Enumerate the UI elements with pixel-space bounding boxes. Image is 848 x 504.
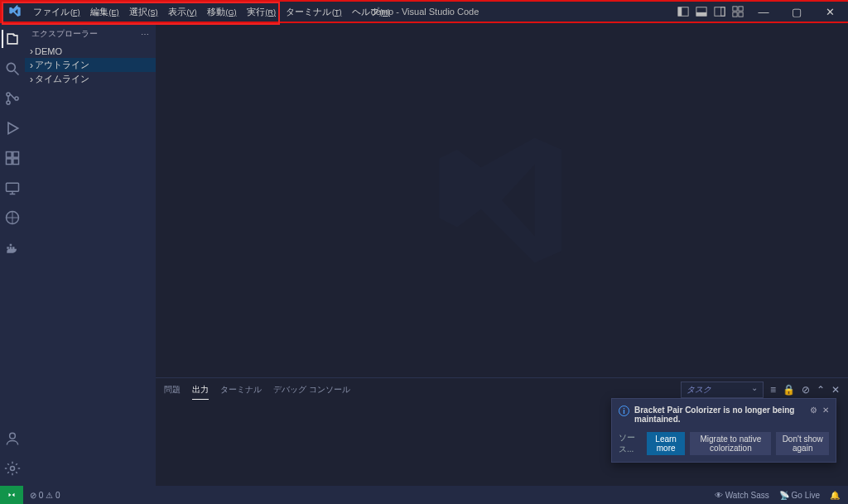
vscode-app-icon — [8, 5, 22, 18]
panel-chevron-up-icon[interactable]: ⌃ — [817, 384, 825, 396]
activity-accounts-icon[interactable] — [3, 430, 22, 448]
status-right-2[interactable]: 🔔 — [830, 491, 840, 500]
activity-settings-icon[interactable] — [3, 459, 22, 478]
activity-explorer-icon[interactable] — [2, 30, 22, 48]
notification-gear-icon[interactable]: ⚙ — [810, 406, 817, 415]
sidebar-title-label: エクスプローラー — [31, 28, 98, 40]
panel-list-icon[interactable]: ≡ — [770, 384, 776, 396]
editor-area: 問題出力ターミナルデバッグ コンソール タスク ≡ 🔒 ⊘ ⌃ ✕ i Brac… — [156, 23, 848, 486]
svg-rect-15 — [7, 152, 12, 158]
status-right-0[interactable]: 👁 Watch Sass — [715, 491, 769, 500]
status-right-1[interactable]: 📡 Go Live — [779, 491, 820, 500]
svg-rect-6 — [733, 7, 737, 11]
titlebar: ファイル(F)編集(E)選択(S)表示(V)移動(G)実行(R)ターミナル(T)… — [0, 0, 848, 23]
svg-rect-16 — [13, 152, 19, 158]
activity-docker-icon[interactable] — [3, 238, 22, 257]
activity-search-icon[interactable] — [3, 60, 22, 78]
chevron-right-icon: › — [30, 74, 33, 85]
menu-0[interactable]: ファイル(F) — [28, 6, 85, 18]
svg-rect-19 — [7, 183, 19, 191]
sidebar-explorer: エクスプローラー ⋯ ›DEMO›アウトライン›タイムライン — [25, 23, 156, 486]
output-channel-select[interactable]: タスク — [681, 382, 764, 398]
menu-5[interactable]: 実行(R) — [242, 6, 282, 18]
panel-tab-3[interactable]: デバッグ コンソール — [273, 381, 350, 399]
notification-action-2[interactable]: Don't show again — [776, 432, 829, 455]
svg-rect-9 — [739, 12, 743, 17]
panel-tab-1[interactable]: 出力 — [192, 381, 209, 400]
chevron-right-icon: › — [30, 46, 33, 57]
window-minimize-button[interactable]: — — [749, 0, 778, 23]
svg-point-23 — [10, 433, 16, 439]
info-icon: i — [619, 406, 629, 416]
svg-rect-5 — [721, 7, 725, 17]
remote-indicator[interactable] — [0, 486, 23, 504]
notification-close-icon[interactable]: ✕ — [822, 406, 829, 415]
panel-tab-2[interactable]: ターミナル — [220, 381, 262, 399]
activity-bar — [0, 23, 25, 486]
panel-clear-icon[interactable]: ⊘ — [802, 384, 810, 396]
menu-3[interactable]: 表示(V) — [163, 6, 202, 18]
svg-point-24 — [11, 467, 15, 471]
tree-item-1[interactable]: ›アウトライン — [25, 58, 156, 72]
status-problems[interactable]: ⊘ 0 ⚠ 0 — [30, 491, 60, 500]
notification-action-1[interactable]: Migrate to native colorization — [690, 432, 771, 455]
tree-item-2[interactable]: ›タイムライン — [25, 72, 156, 86]
activity-run-debug-icon[interactable] — [3, 119, 22, 137]
svg-rect-3 — [696, 12, 706, 16]
notification-source[interactable]: ソース... — [619, 432, 642, 455]
svg-rect-7 — [739, 7, 743, 11]
status-bar: ⊘ 0 ⚠ 0 👁 Watch Sass📡 Go Live🔔 — [0, 486, 848, 504]
notification-toast: i Bracket Pair Colorizer is no longer be… — [611, 398, 836, 463]
activity-remote-explorer-icon[interactable] — [3, 179, 22, 197]
svg-rect-1 — [678, 7, 682, 17]
notification-action-0[interactable]: Learn more — [647, 432, 686, 455]
panel-tab-0[interactable]: 問題 — [164, 381, 181, 399]
svg-line-11 — [15, 71, 19, 75]
menu-6[interactable]: ターミナル(T) — [281, 6, 347, 18]
panel-close-icon[interactable]: ✕ — [831, 384, 840, 396]
menu-7[interactable]: ヘルプ(H) — [347, 6, 396, 18]
panel-lock-icon[interactable]: 🔒 — [783, 384, 795, 396]
svg-point-12 — [7, 93, 10, 96]
activity-live-share-icon[interactable] — [3, 209, 22, 227]
svg-point-10 — [7, 63, 15, 71]
customize-layout-icon[interactable] — [730, 5, 745, 18]
svg-rect-17 — [7, 159, 12, 165]
activity-source-control-icon[interactable] — [3, 89, 22, 108]
svg-rect-8 — [733, 12, 737, 17]
svg-point-13 — [7, 101, 10, 104]
toggle-panel-icon[interactable] — [694, 5, 709, 18]
svg-point-14 — [15, 97, 18, 100]
window-close-button[interactable]: ✕ — [815, 0, 845, 23]
svg-rect-4 — [715, 7, 725, 17]
activity-extensions-icon[interactable] — [3, 149, 22, 167]
window-maximize-button[interactable]: ▢ — [782, 0, 812, 23]
editor-watermark-icon — [427, 126, 576, 275]
menu-1[interactable]: 編集(E) — [85, 6, 124, 18]
notification-message: Bracket Pair Colorizer is no longer bein… — [634, 406, 805, 424]
menu-2[interactable]: 選択(S) — [124, 6, 163, 18]
sidebar-more-icon[interactable]: ⋯ — [141, 30, 149, 39]
toggle-secondary-sidebar-icon[interactable] — [712, 5, 727, 18]
chevron-right-icon: › — [30, 60, 33, 71]
menu-4[interactable]: 移動(G) — [202, 6, 242, 18]
tree-item-0[interactable]: ›DEMO — [25, 45, 156, 58]
toggle-primary-sidebar-icon[interactable] — [676, 5, 691, 18]
svg-rect-18 — [13, 159, 19, 165]
